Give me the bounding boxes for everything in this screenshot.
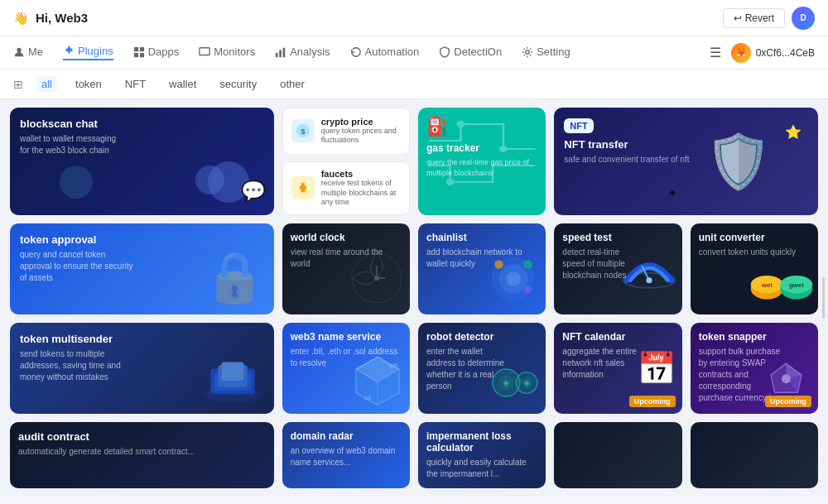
shield-icon [439,46,450,58]
audit-contract-title: audit contract [18,430,266,443]
nav-item-me[interactable]: Me [13,46,43,60]
web3-name-title: web3 name service [291,331,402,343]
svg-rect-1 [134,46,138,50]
svg-point-19 [507,271,522,286]
filter-nft[interactable]: NFT [120,76,151,92]
nav-label-detection: DetectiOn [454,46,502,58]
chainlist-title: chainlist [426,232,537,243]
filter-wallet[interactable]: wallet [164,76,201,92]
card-unit-converter[interactable]: wei gwei unit converter convert token un… [691,223,818,314]
card-token-multisender[interactable]: token multisender send tokens to multipl… [10,323,274,414]
card-nft-transfer[interactable]: 🛡️ ⭐ ✦ NFT NFT transfer safe and conveni… [554,108,818,215]
unit-converter-title: unit converter [699,232,810,243]
filter-icon[interactable]: ⊞ [13,78,23,91]
svg-point-9 [526,50,529,53]
crypto-price-text: crypto price query token prices and fluc… [321,117,401,146]
svg-point-24 [646,277,652,283]
audit-contract-desc: automatically generate detailed smart co… [18,446,266,458]
card-chainlist[interactable]: chainlist add blockchain network to wall… [418,223,546,314]
hamburger-icon[interactable]: ☰ [710,45,721,60]
card-web3-name[interactable]: .bit .eth web3 name service enter .bit, … [282,323,410,414]
card-blockscan[interactable]: blockscan chat wallet to wallet messagin… [10,108,274,215]
nav-label-monitors: Monitors [214,46,255,58]
card-audit-contract[interactable]: audit contract automatically generate de… [10,422,274,488]
nav-label-dapps: Dapps [148,46,180,58]
filter-security[interactable]: security [214,76,262,92]
svg-text:$: $ [301,127,305,136]
wallet-address: 0xCf6...4CeB [756,47,815,59]
faucets-title: faucets [321,169,401,179]
domain-radar-title: domain radar [291,430,402,442]
filter-token[interactable]: token [70,76,107,92]
nav-item-setting[interactable]: Setting [522,46,570,60]
card-impermanent-loss[interactable]: impermanent loss calculator quickly and … [418,422,546,488]
card-robot-detector[interactable]: ◈ ◈ robot detector enter the wallet addr… [418,323,546,414]
nav-item-automation[interactable]: Automation [350,46,420,60]
card-blockscan-desc: wallet to wallet messaging for the web3 … [20,133,119,156]
nav-item-detection[interactable]: DetectiOn [439,46,502,60]
multisender-title: token multisender [20,333,264,345]
card-placeholder-2 [691,422,818,488]
card-crypto-price[interactable]: $ crypto price query token prices and fl… [282,108,410,155]
avatar[interactable]: D [792,7,815,30]
nav-label-plugins: Plugins [78,45,113,57]
unit-converter-visual: wei gwei [749,258,815,311]
svg-rect-5 [200,47,209,55]
nav-item-analysis[interactable]: Analysis [275,46,330,60]
nav-label-setting: Setting [537,46,570,58]
token-approval-title: token approval [20,233,264,246]
token-snapper-upcoming: Upcoming [765,396,811,407]
nft-transfer-desc: safe and convenient transfer of nft [564,154,698,166]
card-domain-radar[interactable]: domain radar an overview of web3 domain … [282,422,410,488]
puzzle-icon [63,46,75,57]
card-nft-calendar[interactable]: 📅 NFT calendar aggregate the entire netw… [554,323,681,414]
card-faucets[interactable]: faucets receive test tokens of multiple … [282,161,410,215]
filter-all[interactable]: all [36,76,57,92]
svg-text:◈: ◈ [523,377,531,387]
nav-label-analysis: Analysis [290,46,330,58]
wallet-badge[interactable]: 🦊 0xCf6...4CeB [731,43,815,63]
revert-button[interactable]: ↩ Revert [723,8,785,28]
revert-icon: ↩ [734,12,742,24]
svg-rect-2 [140,46,144,50]
token-approval-desc: query and cancel token approval to ensur… [20,249,136,284]
nav-item-dapps[interactable]: Dapps [133,46,180,60]
gas-tracker-title: gas tracker [426,142,537,154]
speed-test-title: speed test [562,232,673,243]
card-token-snapper[interactable]: token snapper support bulk purchase by e… [691,323,818,414]
token-snapper-title: token snapper [699,331,810,343]
nft-calendar-title: NFT calendar [562,331,673,343]
card-speed-test[interactable]: speed test detect real-time speed of mul… [554,223,681,314]
monitor-icon [199,46,210,58]
filter-bar: ⊞ all token NFT wallet security other [0,70,828,99]
filter-other[interactable]: other [275,76,310,92]
unit-converter-desc: convert token units quickly [699,247,810,258]
grid-icon [133,46,145,58]
svg-rect-3 [134,52,138,56]
revert-label: Revert [745,12,774,24]
svg-rect-6 [276,52,278,56]
nft-transfer-title: NFT transfer [564,138,698,151]
svg-text:.bit: .bit [363,395,371,401]
nav-item-monitors[interactable]: Monitors [199,46,255,60]
person-icon [13,46,25,58]
scrollbar-indicator[interactable] [822,277,825,319]
card-gas-tracker[interactable]: ⛽ gas tracker query the real-time gas pr… [418,108,546,215]
navigation: Me Plugins Dapps Monitors Analysis Autom… [0,36,828,70]
svg-rect-8 [283,47,286,56]
nav-label-automation: Automation [365,46,420,58]
card-world-clock[interactable]: world clock view real time around the wo… [282,223,410,314]
svg-point-22 [524,286,532,294]
crypto-price-icon: $ [291,119,315,142]
header-right: ↩ Revert D [723,7,815,30]
nav-item-plugins[interactable]: Plugins [63,45,113,60]
card-blockscan-title: blockscan chat [20,118,264,130]
sub-cards-column: $ crypto price query token prices and fl… [282,108,410,215]
robot-detector-title: robot detector [426,331,537,343]
web3-name-desc: enter .bit, .eth or .sol address to reso… [291,346,402,369]
nft-calendar-desc: aggregate the entire network nft sales i… [562,346,645,381]
gas-tracker-desc: query the real-time gas price of multipl… [426,157,537,178]
faucets-icon [291,176,315,199]
robot-detector-desc: enter the wallet address to determine wh… [426,346,509,392]
card-token-approval[interactable]: 🔒 token approval query and cancel token … [10,223,274,314]
